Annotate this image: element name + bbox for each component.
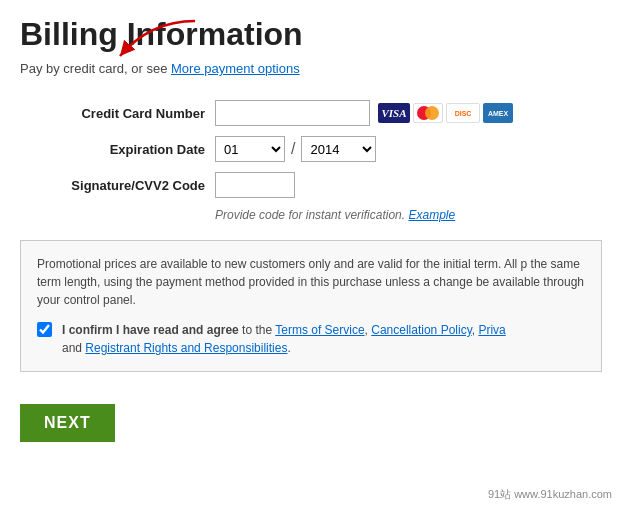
- privacy-link[interactable]: Priva: [478, 323, 505, 337]
- agreement-row: I confirm I have read and agree to the T…: [37, 321, 585, 357]
- cvv-example-link[interactable]: Example: [408, 208, 455, 222]
- visa-icon: VISA: [378, 103, 410, 123]
- credit-card-input[interactable]: [215, 100, 370, 126]
- rights-link[interactable]: Registrant Rights and Responsibilities: [85, 341, 287, 355]
- month-select[interactable]: 01020304 05060708 09101112: [215, 136, 285, 162]
- next-button[interactable]: NEXT: [20, 404, 115, 442]
- date-separator: /: [291, 140, 295, 158]
- cvv-hint: Provide code for instant verification. E…: [215, 208, 602, 222]
- page-title: Billing Information: [20, 16, 602, 53]
- agreement-text: I confirm I have read and agree to the T…: [62, 321, 506, 357]
- more-payment-options-link[interactable]: More payment options: [171, 61, 300, 76]
- cvv-input[interactable]: [215, 172, 295, 198]
- credit-card-row: Credit Card Number VISA DISC AMEX: [40, 100, 602, 126]
- svg-point-2: [425, 106, 439, 120]
- payment-subtitle: Pay by credit card, or see More payment …: [20, 61, 602, 76]
- promo-box: Promotional prices are available to new …: [20, 240, 602, 372]
- cancellation-link[interactable]: Cancellation Policy: [371, 323, 472, 337]
- discover-icon: DISC: [446, 103, 480, 123]
- billing-form: Credit Card Number VISA DISC AMEX Expira…: [40, 100, 602, 222]
- agreement-checkbox[interactable]: [37, 322, 52, 337]
- mastercard-icon: [413, 103, 443, 123]
- year-select[interactable]: 2014201520162017 2018201920202021 202220…: [301, 136, 376, 162]
- expiration-row: Expiration Date 01020304 05060708 091011…: [40, 136, 602, 162]
- cvv-label: Signature/CVV2 Code: [40, 178, 215, 193]
- agreement-bold: I confirm I have read and agree: [62, 323, 239, 337]
- credit-card-label: Credit Card Number: [40, 106, 215, 121]
- cvv-row: Signature/CVV2 Code: [40, 172, 602, 198]
- card-icons: VISA DISC AMEX: [378, 103, 513, 123]
- subtitle-text: Pay by credit card, or see: [20, 61, 171, 76]
- promo-text: Promotional prices are available to new …: [37, 255, 585, 309]
- expiration-label: Expiration Date: [40, 142, 215, 157]
- tos-link[interactable]: Terms of Service: [275, 323, 364, 337]
- amex-icon: AMEX: [483, 103, 513, 123]
- expiry-inputs: 01020304 05060708 09101112 / 20142015201…: [215, 136, 376, 162]
